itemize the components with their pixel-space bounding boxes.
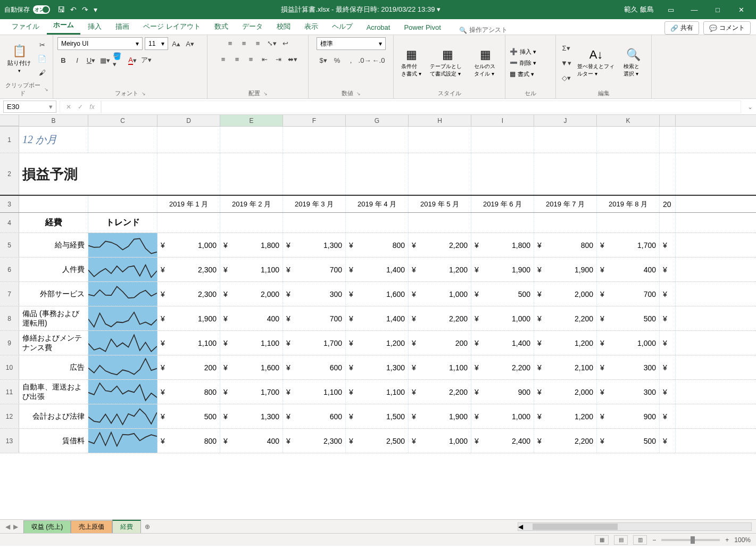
value-cell[interactable]: ¥800 (157, 429, 220, 453)
tab-insert[interactable]: 挿入 (81, 19, 108, 35)
align-bottom-icon[interactable]: ≡ (252, 37, 264, 49)
zoom-slider[interactable] (661, 539, 720, 541)
value-cell[interactable]: ¥1,200 (409, 258, 471, 281)
font-color-icon[interactable]: A▾ (127, 54, 138, 66)
tab-layout[interactable]: ページ レイアウト (137, 19, 207, 35)
cell[interactable] (660, 127, 676, 153)
page-layout-view-icon[interactable]: ▤ (614, 535, 628, 545)
value-cell[interactable]: ¥1,300 (346, 355, 409, 379)
month-header-cell[interactable]: 2019 年 7 月 (534, 196, 597, 212)
value-cell[interactable]: ¥1,700 (283, 331, 346, 355)
ribbon-options-icon[interactable]: ▭ (660, 2, 682, 18)
expense-label-cell[interactable]: 修繕およびメンテナンス費 (19, 331, 88, 355)
cell[interactable] (534, 127, 597, 153)
month-header-cell[interactable]: 2019 年 1 月 (157, 196, 220, 212)
page-break-view-icon[interactable]: ▥ (633, 535, 647, 545)
value-cell[interactable]: ¥2,200 (409, 233, 471, 257)
value-cell[interactable]: ¥2,200 (534, 306, 597, 330)
value-cell[interactable]: ¥300 (283, 282, 346, 306)
sparkline-cell[interactable] (88, 404, 157, 428)
tab-data[interactable]: データ (236, 19, 269, 35)
value-cell[interactable]: ¥1,700 (597, 233, 660, 257)
row-header[interactable]: 6 (0, 258, 19, 281)
sparkline-cell[interactable] (88, 429, 157, 453)
value-cell[interactable]: ¥1,700 (220, 380, 283, 404)
row-header[interactable]: 2 (0, 153, 19, 195)
cell[interactable] (19, 196, 88, 212)
col-header-f[interactable]: F (283, 115, 346, 126)
value-cell[interactable]: ¥1,900 (471, 258, 534, 281)
horizontal-scrollbar[interactable]: ◀ (154, 522, 756, 531)
cell[interactable] (409, 153, 471, 195)
align-top-icon[interactable]: ≡ (225, 37, 236, 49)
select-all-triangle[interactable] (0, 115, 19, 126)
value-cell[interactable]: ¥2,500 (346, 429, 409, 453)
col-header-h[interactable]: H (409, 115, 471, 126)
zoom-level[interactable]: 100% (734, 536, 751, 544)
fill-icon[interactable]: ▼▾ (560, 57, 572, 69)
row-header[interactable]: 13 (0, 429, 19, 453)
value-cell[interactable]: ¥1,000 (471, 306, 534, 330)
bold-icon[interactable]: B (57, 54, 69, 66)
number-launcher-icon[interactable]: ↘ (356, 91, 361, 96)
value-cell[interactable]: ¥900 (597, 404, 660, 428)
value-cell[interactable]: ¥300 (597, 355, 660, 379)
row-header[interactable]: 3 (0, 196, 19, 212)
cell[interactable] (660, 213, 676, 233)
underline-icon[interactable]: U▾ (85, 54, 97, 66)
value-cell[interactable]: ¥1,100 (220, 331, 283, 355)
cell[interactable]: ¥ (660, 258, 676, 281)
cell[interactable] (346, 127, 409, 153)
comma-icon[interactable]: , (345, 54, 357, 66)
format-cells-button[interactable]: ▦書式 ▾ (510, 70, 536, 78)
worksheet-grid[interactable]: B C D E F G H I J K 112 か月2損益予測32019 年 1… (0, 115, 756, 519)
value-cell[interactable]: ¥1,100 (220, 258, 283, 281)
zoom-in-icon[interactable]: + (725, 536, 729, 544)
cell[interactable] (157, 127, 220, 153)
col-header-k[interactable]: K (597, 115, 660, 126)
wrap-text-icon[interactable]: ↩ (280, 37, 292, 49)
maximize-icon[interactable]: □ (707, 2, 728, 18)
cell[interactable] (283, 213, 346, 233)
insert-cells-button[interactable]: ➕挿入 ▾ (510, 48, 536, 56)
value-cell[interactable]: ¥800 (346, 233, 409, 257)
paste-button[interactable]: 📋貼り付け▾ (4, 43, 34, 74)
sheet-tab-expenses[interactable]: 経費 (112, 520, 141, 533)
value-cell[interactable]: ¥1,000 (157, 233, 220, 257)
value-cell[interactable]: ¥400 (597, 258, 660, 281)
value-cell[interactable]: ¥600 (283, 355, 346, 379)
col-header-j[interactable]: J (534, 115, 597, 126)
value-cell[interactable]: ¥1,900 (534, 258, 597, 281)
value-cell[interactable]: ¥700 (283, 306, 346, 330)
sparkline-cell[interactable] (88, 258, 157, 281)
normal-view-icon[interactable]: ▦ (595, 535, 609, 545)
col-header-c[interactable]: C (88, 115, 157, 126)
cell[interactable]: ¥ (660, 331, 676, 355)
redo-icon[interactable]: ↷ (82, 5, 88, 14)
clipboard-launcher-icon[interactable]: ↘ (44, 87, 48, 92)
expense-label-cell[interactable]: 会計および法律 (19, 404, 88, 428)
value-cell[interactable]: ¥700 (597, 282, 660, 306)
fill-color-icon[interactable]: 🪣▾ (113, 54, 124, 66)
expense-label-cell[interactable]: 広告 (19, 355, 88, 379)
orientation-icon[interactable]: ⤡▾ (266, 37, 278, 49)
value-cell[interactable]: ¥2,000 (534, 282, 597, 306)
value-cell[interactable]: ¥1,400 (346, 306, 409, 330)
currency-icon[interactable]: $▾ (318, 54, 329, 66)
cell[interactable] (220, 153, 283, 195)
cell[interactable] (157, 153, 220, 195)
decrease-indent-icon[interactable]: ⇤ (259, 53, 271, 65)
month-header-cell[interactable]: 2019 年 4 月 (346, 196, 409, 212)
month-header-cell[interactable]: 2019 年 5 月 (409, 196, 471, 212)
row-header[interactable]: 7 (0, 282, 19, 306)
cell[interactable] (409, 127, 471, 153)
sparkline-cell[interactable] (88, 306, 157, 330)
title-cell[interactable]: 損益予測 (19, 153, 157, 195)
font-launcher-icon[interactable]: ↘ (142, 91, 146, 96)
value-cell[interactable]: ¥1,100 (283, 380, 346, 404)
col-header-l[interactable] (660, 115, 676, 126)
expense-label-cell[interactable]: 給与経費 (19, 233, 88, 257)
value-cell[interactable]: ¥600 (283, 404, 346, 428)
clear-icon[interactable]: ◇▾ (560, 72, 572, 84)
autosave-toggle[interactable]: オン (33, 5, 50, 14)
